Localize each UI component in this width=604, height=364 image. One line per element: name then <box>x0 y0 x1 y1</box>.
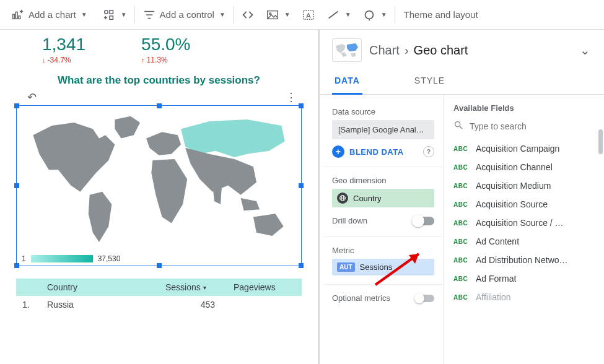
resize-handle[interactable] <box>299 183 304 188</box>
sort-desc-icon: ▾ <box>203 284 206 291</box>
legend-min: 1 <box>22 254 26 263</box>
metric-chip[interactable]: AUT Sessions <box>332 259 434 275</box>
breadcrumb-root[interactable]: Chart <box>369 43 400 58</box>
separator <box>323 284 443 285</box>
field-row[interactable]: ABCAcquisition Campaign <box>453 139 599 158</box>
dimension-type-icon: ABC <box>453 257 470 264</box>
chevron-down-icon[interactable]: ⌄ <box>580 43 594 58</box>
geo-chart-selection[interactable]: 1 37,530 <box>16 105 302 266</box>
embed-button[interactable] <box>240 6 256 24</box>
col-sessions[interactable]: Sessions ▾ <box>165 282 234 292</box>
resize-handle[interactable] <box>14 103 19 108</box>
kpi-delta: ↓-34.7% <box>42 56 85 64</box>
drill-down-toggle[interactable] <box>413 217 434 225</box>
resize-handle[interactable] <box>14 183 19 188</box>
line-button[interactable]: ▼ <box>325 6 352 24</box>
svg-rect-1 <box>15 12 17 19</box>
blend-data-button[interactable]: + BLEND DATA ? <box>332 145 434 158</box>
field-name: Acquisition Campaign <box>476 144 559 154</box>
theme-layout-button[interactable]: Theme and layout <box>395 7 479 22</box>
add-control-button[interactable]: Add a control ▼ <box>141 6 227 24</box>
data-source-label: Data source <box>332 107 434 116</box>
community-viz-button[interactable]: ▼ <box>101 6 128 24</box>
panel-tabs: DATA STYLE <box>320 68 604 95</box>
field-name: Ad Content <box>476 236 519 246</box>
field-row[interactable]: ABCAd Format <box>453 269 599 288</box>
filter-icon <box>142 8 156 22</box>
properties-panel: Chart › Geo chart ⌄ DATA STYLE Data sour… <box>318 30 604 364</box>
chart-type-thumbnail[interactable] <box>332 38 362 62</box>
svg-line-26 <box>460 126 462 129</box>
text-button[interactable]: A <box>300 6 317 24</box>
circle-icon <box>362 8 376 22</box>
search-input[interactable] <box>468 121 555 132</box>
field-row[interactable]: ABCAd Content <box>453 232 599 251</box>
svg-point-14 <box>269 12 271 14</box>
line-icon <box>326 8 340 22</box>
toolbar: Add a chart ▼ ▼ Add a control ▼ ▼ A ▼ ▼ <box>0 0 604 30</box>
geo-dimension-label: Geo dimension <box>332 176 434 185</box>
report-canvas[interactable]: 1,341 ↓-34.7% 55.0% ↑11.3% What are the … <box>0 30 318 364</box>
add-chart-label: Add a chart <box>28 9 76 20</box>
chart-card: What are the top countries by sessions? … <box>16 72 302 313</box>
shape-button[interactable]: ▼ <box>361 6 388 24</box>
resize-handle[interactable] <box>157 103 162 108</box>
resize-handle[interactable] <box>299 103 304 108</box>
globe-icon <box>337 193 348 204</box>
tab-data[interactable]: DATA <box>332 68 362 95</box>
field-row[interactable]: ABCAffiliation <box>453 288 599 306</box>
dimension-type-icon: ABC <box>453 294 470 301</box>
breadcrumb: Chart › Geo chart ⌄ <box>320 30 604 68</box>
geo-dimension-chip[interactable]: Country <box>332 189 434 207</box>
metric-label: Metric <box>332 246 434 255</box>
svg-rect-0 <box>13 14 15 19</box>
field-row[interactable]: ABCAcquisition Source / … <box>453 214 599 232</box>
svg-point-5 <box>104 10 108 14</box>
data-source-chip[interactable]: [Sample] Google Anal… <box>332 120 434 139</box>
svg-rect-6 <box>110 10 113 14</box>
field-name: Acquisition Source <box>476 199 548 209</box>
table-row[interactable]: 1. Russia 453 <box>16 296 302 313</box>
field-name: Acquisition Medium <box>476 181 551 191</box>
chart-title: What are the top countries by sessions? <box>16 72 302 90</box>
field-row[interactable]: ABCAcquisition Medium <box>453 176 599 195</box>
legend-gradient <box>31 255 93 262</box>
resize-handle[interactable] <box>14 263 19 268</box>
chevron-right-icon: › <box>405 43 409 58</box>
image-button[interactable]: ▼ <box>265 6 292 24</box>
help-icon[interactable]: ? <box>423 146 434 157</box>
add-chart-icon <box>11 8 25 22</box>
caret-down-icon: ▼ <box>344 11 351 18</box>
separator <box>323 236 443 237</box>
dimension-type-icon: ABC <box>453 238 470 245</box>
undo-icon[interactable]: ↶ <box>20 90 37 104</box>
world-map <box>20 110 297 252</box>
field-row[interactable]: ABCAcquisition Channel <box>453 158 599 176</box>
field-search[interactable] <box>453 119 599 139</box>
add-control-label: Add a control <box>160 9 214 20</box>
svg-text:A: A <box>306 11 311 19</box>
col-country[interactable]: Country <box>47 282 165 292</box>
data-table: Country Sessions ▾ Pageviews 1. Russia 4… <box>16 279 302 313</box>
kpi-rate: 55.0% ↑11.3% <box>141 35 190 64</box>
svg-point-25 <box>455 122 460 127</box>
resize-handle[interactable] <box>157 263 162 268</box>
caret-down-icon: ▼ <box>380 11 387 18</box>
tab-style[interactable]: STYLE <box>412 68 447 94</box>
field-row[interactable]: ABCAd Distribution Netwo… <box>453 251 599 269</box>
caret-down-icon: ▼ <box>120 11 127 18</box>
svg-rect-9 <box>110 15 113 19</box>
kpi-delta: ↑11.3% <box>141 56 190 64</box>
svg-rect-2 <box>19 15 20 19</box>
svg-line-17 <box>328 11 338 18</box>
add-chart-button[interactable]: Add a chart ▼ <box>10 6 89 24</box>
scrollbar-thumb[interactable] <box>598 129 603 154</box>
resize-handle[interactable] <box>299 263 304 268</box>
code-icon <box>241 8 255 22</box>
more-icon[interactable]: ⋮ <box>286 90 298 104</box>
field-row[interactable]: ABCAcquisition Source <box>453 195 599 214</box>
caret-down-icon: ▼ <box>283 11 291 18</box>
col-pageviews[interactable]: Pageviews <box>234 282 295 292</box>
available-fields: Available Fields ABCAcquisition Campaign… <box>444 95 604 364</box>
optional-metrics-toggle[interactable] <box>416 295 434 302</box>
